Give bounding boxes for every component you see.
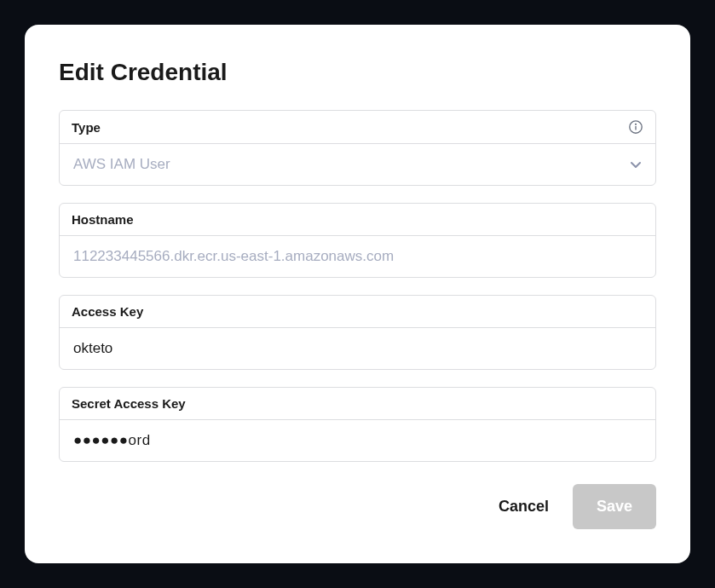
access-key-input-row <box>60 328 655 369</box>
access-key-field-group: Access Key <box>59 295 656 370</box>
secret-access-key-field-group: Secret Access Key ●●●●●●ord <box>59 387 656 462</box>
save-button[interactable]: Save <box>573 484 656 529</box>
access-key-field-box: Access Key <box>59 295 656 370</box>
secret-access-key-input[interactable]: ●●●●●●ord <box>60 420 655 461</box>
secret-access-key-field-box: Secret Access Key ●●●●●●ord <box>59 387 656 462</box>
secret-access-key-label: Secret Access Key <box>72 396 186 411</box>
secret-access-key-label-row: Secret Access Key <box>60 388 655 420</box>
hostname-label-row: Hostname <box>60 204 655 236</box>
access-key-label: Access Key <box>72 304 143 319</box>
svg-point-1 <box>636 124 637 124</box>
type-input-row: AWS IAM User <box>60 144 655 185</box>
type-label-row: Type <box>60 111 655 144</box>
hostname-input[interactable] <box>60 236 655 277</box>
access-key-input[interactable] <box>60 328 655 369</box>
hostname-field-group: Hostname <box>59 203 656 278</box>
modal-title: Edit Credential <box>59 59 656 86</box>
access-key-label-row: Access Key <box>60 296 655 328</box>
cancel-button[interactable]: Cancel <box>499 498 549 516</box>
hostname-input-row <box>60 236 655 277</box>
type-label: Type <box>72 120 101 135</box>
type-field-group: Type AWS IAM User <box>59 110 656 186</box>
type-field-box: Type AWS IAM User <box>59 110 656 186</box>
type-select[interactable]: AWS IAM User <box>60 144 655 185</box>
secret-access-key-input-row: ●●●●●●ord <box>60 420 655 461</box>
hostname-field-box: Hostname <box>59 203 656 278</box>
modal-actions: Cancel Save <box>59 484 656 529</box>
info-icon[interactable] <box>628 119 643 135</box>
edit-credential-modal: Edit Credential Type AWS IAM User <box>25 25 690 563</box>
hostname-label: Hostname <box>72 212 134 227</box>
